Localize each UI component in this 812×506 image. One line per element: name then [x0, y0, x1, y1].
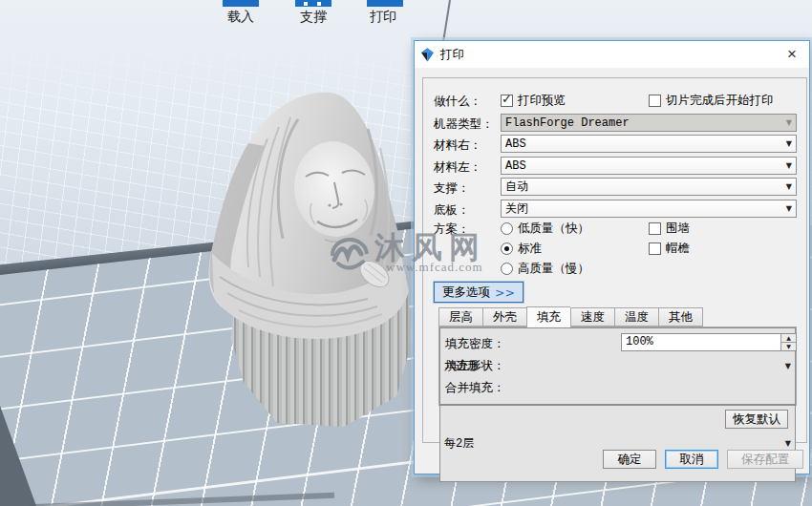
start-after-slice-label: 切片完成后开始打印 [666, 93, 774, 109]
start-after-slice-checkbox[interactable]: ✓ 切片完成后开始打印 [649, 93, 774, 109]
scheme-low-quality-label: 低质量（快） [518, 221, 589, 237]
scheme-standard-radio[interactable]: 标准 [501, 241, 542, 257]
chevron-down-icon: ▼ [786, 139, 792, 148]
raft-label: 底板： [434, 202, 470, 219]
spinner-up-icon[interactable]: ▲ [781, 334, 796, 343]
material-right-dropdown[interactable]: ABS ▼ [501, 135, 797, 153]
machine-type-label: 机器类型： [434, 116, 494, 133]
scheme-high-quality-radio[interactable]: 高质量（慢） [501, 261, 589, 277]
machine-type-dropdown: FlashForge Dreamer ▼ [501, 114, 797, 132]
toolbar-item-supports[interactable]: 支撑 [285, 9, 342, 26]
scheme-low-quality-radio[interactable]: 低质量（快） [501, 221, 589, 237]
toolbar-item-load[interactable]: 载入 [212, 9, 269, 26]
what-label: 做什么： [434, 94, 481, 110]
tab-layer-height[interactable]: 层高 [438, 307, 482, 327]
infill-density-spinbox[interactable]: 100% ▲ ▼ [621, 333, 797, 351]
flashprint-logo-icon [420, 48, 435, 62]
wall-checkbox[interactable]: ✓ 围墙 [649, 221, 690, 237]
infill-shape-label: 填充形状： [445, 358, 505, 374]
wall-label: 围墙 [666, 221, 690, 237]
print-dialog: 打印 × 做什么： ✓ 打印预览 ✓ 切片完成后开始打印 机器类型： Flash… [414, 40, 810, 474]
tab-speed[interactable]: 速度 [570, 307, 614, 327]
infill-panel: 填充密度： 100% ▲ ▼ 填充形状： 六边形 ▼ 合并填充： 每2层 ▼ [438, 327, 797, 406]
chevron-down-icon: ▼ [786, 161, 792, 170]
material-right-label: 材料右： [434, 137, 481, 154]
settings-tabs: 层高 外壳 填充 速度 温度 其他 [438, 307, 703, 327]
toolbar: 载入 支撑 打印 [0, 0, 812, 29]
scheme-standard-label: 标准 [518, 241, 542, 257]
dialog-titlebar[interactable]: 打印 × [415, 41, 809, 68]
print-preview-checkbox[interactable]: ✓ 打印预览 [501, 93, 566, 109]
print-preview-label: 打印预览 [518, 93, 566, 109]
save-config-button[interactable]: 保存配置 [727, 450, 803, 469]
scheme-high-quality-label: 高质量（慢） [518, 261, 589, 277]
supports-label: 支撑： [434, 180, 470, 197]
print-icon[interactable] [367, 0, 403, 7]
close-icon[interactable]: × [780, 43, 803, 66]
ok-button[interactable]: 确定 [603, 450, 656, 469]
raft-dropdown[interactable]: 关闭 ▼ [501, 200, 797, 218]
material-left-label: 材料左： [434, 159, 481, 176]
material-left-dropdown[interactable]: ABS ▼ [501, 157, 797, 175]
combine-infill-label: 合并填充： [445, 380, 505, 396]
checkbox-box: ✓ [501, 95, 513, 107]
chevron-down-icon: ▼ [785, 362, 791, 370]
load-icon[interactable] [223, 0, 259, 7]
restore-defaults-button[interactable]: 恢复默认 [725, 410, 788, 429]
supports-icon[interactable] [295, 0, 331, 7]
toolbar-item-print[interactable]: 打印 [354, 9, 412, 26]
tab-temperature[interactable]: 温度 [614, 307, 658, 327]
model-statue[interactable] [153, 53, 420, 434]
dialog-title: 打印 [440, 47, 464, 63]
tab-shell[interactable]: 外壳 [482, 307, 526, 327]
chevron-down-icon: ▼ [785, 439, 791, 448]
chevron-down-icon: ▼ [786, 204, 792, 213]
tab-other[interactable]: 其他 [658, 307, 703, 327]
double-chevron-icon: >> [495, 285, 515, 300]
chevron-down-icon: ▼ [786, 118, 792, 127]
more-options-button[interactable]: 更多选项 >> [434, 282, 524, 303]
brim-label: 帽檐 [666, 241, 690, 257]
chevron-down-icon: ▼ [786, 182, 792, 191]
tab-infill[interactable]: 填充 [526, 306, 570, 327]
cancel-button[interactable]: 取消 [665, 450, 718, 469]
brim-checkbox[interactable]: ✓ 帽檐 [649, 241, 690, 257]
infill-density-label: 填充密度： [445, 336, 505, 352]
supports-dropdown[interactable]: 自动 ▼ [501, 178, 797, 196]
scheme-label: 方案： [434, 221, 470, 238]
spinner-down-icon[interactable]: ▼ [781, 343, 796, 350]
checkbox-box: ✓ [649, 95, 661, 107]
